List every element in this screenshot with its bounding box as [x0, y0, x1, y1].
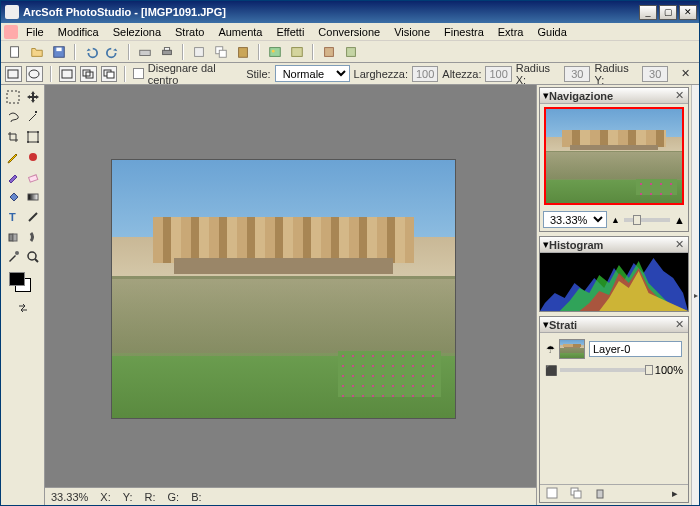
new-button[interactable]: [5, 43, 25, 61]
svg-rect-29: [28, 175, 37, 182]
save-button[interactable]: [49, 43, 69, 61]
eyedropper-tool[interactable]: [4, 248, 22, 266]
effect1-button[interactable]: [319, 43, 339, 61]
radiusx-input[interactable]: 30: [564, 66, 590, 82]
image-button[interactable]: [265, 43, 285, 61]
zoom-in-icon[interactable]: ▲: [674, 214, 685, 226]
navigator-thumbnail[interactable]: [544, 107, 684, 205]
open-button[interactable]: [27, 43, 47, 61]
status-y: Y:: [123, 491, 133, 503]
status-r: R:: [145, 491, 156, 503]
radiusy-input[interactable]: 30: [642, 66, 668, 82]
canvas-area[interactable]: 33.33% X: Y: R: G: B:: [45, 85, 536, 505]
histo-close-button[interactable]: ✕: [673, 239, 685, 251]
panel-collapse-strip[interactable]: ▸: [691, 85, 699, 505]
options-close-button[interactable]: ✕: [676, 65, 695, 83]
layer-menu-button[interactable]: ▸: [665, 485, 685, 503]
swap-colors-icon[interactable]: [14, 299, 32, 317]
redo-button[interactable]: [103, 43, 123, 61]
layers-close-button[interactable]: ✕: [673, 319, 685, 331]
clone-tool[interactable]: [4, 228, 22, 246]
minimize-button[interactable]: _: [639, 5, 657, 20]
zoom-tool[interactable]: [24, 248, 42, 266]
redeye-tool[interactable]: [24, 148, 42, 166]
svg-point-11: [272, 49, 275, 52]
menu-conversione[interactable]: Conversione: [312, 25, 386, 39]
draw-center-checkbox[interactable]: [133, 68, 143, 79]
smudge-tool[interactable]: [24, 228, 42, 246]
app-menu-icon[interactable]: [4, 25, 18, 39]
gradient-tool[interactable]: [24, 188, 42, 206]
paste-button[interactable]: [233, 43, 253, 61]
copy-button[interactable]: [211, 43, 231, 61]
move-tool[interactable]: [24, 88, 42, 106]
wand-tool[interactable]: [24, 108, 42, 126]
close-button[interactable]: ✕: [679, 5, 697, 20]
zoom-out-icon[interactable]: ▲: [611, 215, 620, 225]
opacity-value: 100%: [655, 364, 683, 376]
mode-add-button[interactable]: [80, 66, 97, 82]
svg-rect-40: [574, 491, 581, 498]
scanner-button[interactable]: [135, 43, 155, 61]
layers-footer: ▸: [540, 484, 688, 502]
pencil-tool[interactable]: [4, 148, 22, 166]
maximize-button[interactable]: ▢: [659, 5, 677, 20]
line-tool[interactable]: [24, 208, 42, 226]
svg-rect-4: [163, 50, 172, 54]
status-bar: 33.33% X: Y: R: G: B:: [45, 487, 536, 505]
bucket-tool[interactable]: [4, 188, 22, 206]
transform-tool[interactable]: [24, 128, 42, 146]
menu-seleziona[interactable]: Seleziona: [107, 25, 167, 39]
menu-modifica[interactable]: Modifica: [52, 25, 105, 39]
brush-tool[interactable]: [4, 168, 22, 186]
copy-layer-button[interactable]: [567, 485, 587, 503]
width-input[interactable]: 100: [412, 66, 438, 82]
document-window[interactable]: [111, 159, 456, 419]
layer-lock-icon[interactable]: ⬛: [545, 365, 557, 376]
menu-file[interactable]: File: [20, 25, 50, 39]
svg-rect-22: [7, 91, 19, 103]
text-tool[interactable]: T: [4, 208, 22, 226]
svg-rect-14: [347, 47, 356, 56]
svg-rect-33: [9, 234, 13, 241]
marquee-tool[interactable]: [4, 88, 22, 106]
print-button[interactable]: [157, 43, 177, 61]
effect2-button[interactable]: [341, 43, 361, 61]
color-swatch[interactable]: [9, 272, 37, 294]
layer-name-field[interactable]: Layer-0: [589, 341, 682, 357]
image2-button[interactable]: [287, 43, 307, 61]
layer-row[interactable]: ☂ Layer-0: [543, 336, 685, 362]
shape-ellipse-button[interactable]: [26, 66, 43, 82]
delete-layer-button[interactable]: [591, 485, 611, 503]
lasso-tool[interactable]: [4, 108, 22, 126]
new-layer-button[interactable]: [543, 485, 563, 503]
menu-extra[interactable]: Extra: [492, 25, 530, 39]
crop-tool[interactable]: [4, 128, 22, 146]
mode-new-button[interactable]: [59, 66, 76, 82]
zoom-select[interactable]: 33.33%: [543, 211, 607, 228]
zoom-slider[interactable]: [624, 218, 670, 222]
cut-button[interactable]: [189, 43, 209, 61]
menu-visione[interactable]: Visione: [388, 25, 436, 39]
mode-sub-button[interactable]: [101, 66, 118, 82]
height-input[interactable]: 100: [485, 66, 511, 82]
nav-close-button[interactable]: ✕: [673, 90, 685, 102]
eraser-tool[interactable]: [24, 168, 42, 186]
style-select[interactable]: Normale: [275, 65, 350, 82]
menu-strato[interactable]: Strato: [169, 25, 210, 39]
layer-thumbnail[interactable]: [559, 339, 585, 359]
opacity-slider[interactable]: [560, 368, 652, 372]
shape-rect-button[interactable]: [5, 66, 22, 82]
menu-guida[interactable]: Guida: [531, 25, 572, 39]
svg-rect-6: [195, 47, 204, 56]
tool-palette: T: [1, 85, 45, 505]
menu-aumenta[interactable]: Aumenta: [212, 25, 268, 39]
undo-button[interactable]: [81, 43, 101, 61]
options-bar: Disegnare dal centro Stile: Normale Larg…: [1, 63, 699, 85]
style-label: Stile:: [246, 68, 270, 80]
svg-rect-41: [597, 490, 603, 498]
menu-finestra[interactable]: Finestra: [438, 25, 490, 39]
menu-effetti[interactable]: Effetti: [270, 25, 310, 39]
layer-visibility-icon[interactable]: ☂: [546, 344, 555, 355]
image-canvas[interactable]: [111, 159, 456, 419]
